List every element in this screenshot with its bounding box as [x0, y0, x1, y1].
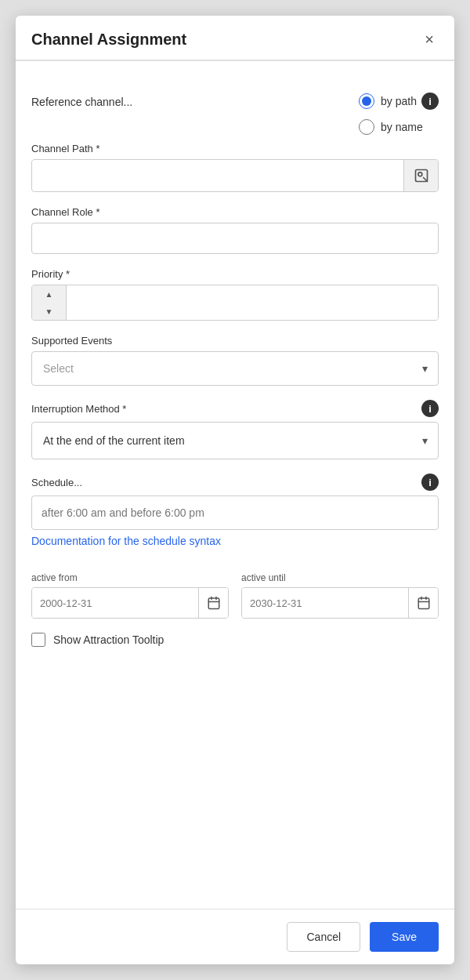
interruption-method-info-icon[interactable]: i [421, 400, 439, 417]
radio-by-path-input[interactable] [359, 93, 374, 109]
active-from-calendar-button[interactable] [198, 588, 228, 618]
schedule-doc-link[interactable]: Documentation for the schedule syntax [31, 535, 221, 547]
reference-right: by path i by name [359, 93, 439, 135]
channel-path-label: Channel Path * [31, 143, 439, 154]
channel-role-section: Channel Role * [31, 206, 439, 254]
dialog-header: Channel Assignment × [16, 16, 454, 60]
interruption-method-select-wrapper: At the end of the current item Immediate… [31, 422, 439, 459]
interruption-method-label-row: Interruption Method * i [31, 400, 439, 417]
active-until-input[interactable] [242, 588, 408, 618]
priority-section: Priority * ▲ ▼ 1 [31, 268, 439, 321]
dialog-title: Channel Assignment [31, 31, 186, 49]
schedule-info-icon[interactable]: i [421, 474, 439, 491]
show-attraction-tooltip-row: Show Attraction Tooltip [31, 633, 439, 647]
active-until-label: active until [241, 572, 439, 583]
dialog-footer: Cancel Save [16, 909, 454, 964]
by-path-option: by path i [359, 93, 439, 110]
schedule-input[interactable] [31, 495, 439, 530]
radio-by-path-label[interactable]: by path [359, 93, 417, 109]
supported-events-section: Supported Events Select Event 1 Event 2 … [31, 335, 439, 386]
active-from-field: active from [31, 572, 229, 619]
svg-rect-3 [208, 598, 219, 609]
interruption-method-section: Interruption Method * i At the end of th… [31, 400, 439, 459]
priority-down-button[interactable]: ▼ [32, 303, 66, 320]
calendar-icon [207, 596, 221, 610]
show-attraction-tooltip-label: Show Attraction Tooltip [53, 633, 164, 646]
save-button[interactable]: Save [370, 922, 439, 952]
date-row: active from active until [31, 572, 439, 619]
svg-point-1 [418, 172, 421, 176]
calendar-icon-2 [417, 596, 431, 610]
supported-events-select[interactable]: Select Event 1 Event 2 [31, 351, 439, 386]
priority-up-button[interactable]: ▲ [32, 285, 66, 303]
priority-input[interactable]: 1 [67, 285, 438, 320]
browse-icon [414, 168, 429, 183]
by-path-info-icon[interactable]: i [421, 93, 439, 110]
supported-events-select-wrapper: Select Event 1 Event 2 ▾ [31, 351, 439, 386]
by-name-label: by name [381, 121, 423, 133]
dialog-body: Reference channel... by path i by name [16, 77, 454, 909]
close-button[interactable]: × [420, 30, 439, 49]
schedule-label: Schedule... [31, 477, 82, 488]
priority-input-wrapper: ▲ ▼ 1 [31, 285, 439, 321]
active-from-label: active from [31, 572, 229, 583]
priority-stepper: ▲ ▼ [32, 285, 67, 320]
schedule-section: Schedule... i Documentation for the sche… [31, 474, 439, 558]
svg-rect-7 [418, 598, 429, 609]
header-divider [16, 60, 454, 61]
active-until-input-wrapper [241, 587, 439, 619]
by-path-label: by path [381, 95, 417, 107]
interruption-method-label: Interruption Method * [31, 403, 126, 415]
active-until-calendar-button[interactable] [408, 588, 438, 618]
cancel-button[interactable]: Cancel [287, 922, 360, 952]
interruption-method-select[interactable]: At the end of the current item Immediate… [31, 422, 439, 459]
channel-path-input-wrapper [31, 159, 439, 192]
channel-role-input[interactable] [31, 223, 439, 254]
channel-role-label: Channel Role * [31, 206, 439, 218]
channel-path-input[interactable] [32, 160, 403, 191]
dialog-channel-assignment: Channel Assignment × Reference channel..… [16, 16, 454, 964]
channel-path-browse-button[interactable] [403, 160, 438, 191]
priority-label: Priority * [31, 268, 439, 280]
channel-path-section: Channel Path * [31, 143, 439, 192]
supported-events-label: Supported Events [31, 335, 439, 347]
radio-by-name-label[interactable]: by name [359, 119, 423, 135]
by-name-option: by name [359, 119, 423, 135]
schedule-label-row: Schedule... i [31, 474, 439, 491]
active-from-input-wrapper [31, 587, 229, 619]
reference-channel-label: Reference channel... [31, 93, 359, 108]
active-from-input[interactable] [32, 588, 198, 618]
reference-channel-row: Reference channel... by path i by name [31, 93, 439, 135]
show-attraction-tooltip-checkbox[interactable] [31, 633, 45, 647]
active-until-field: active until [241, 572, 439, 619]
radio-by-name-input[interactable] [359, 119, 374, 135]
